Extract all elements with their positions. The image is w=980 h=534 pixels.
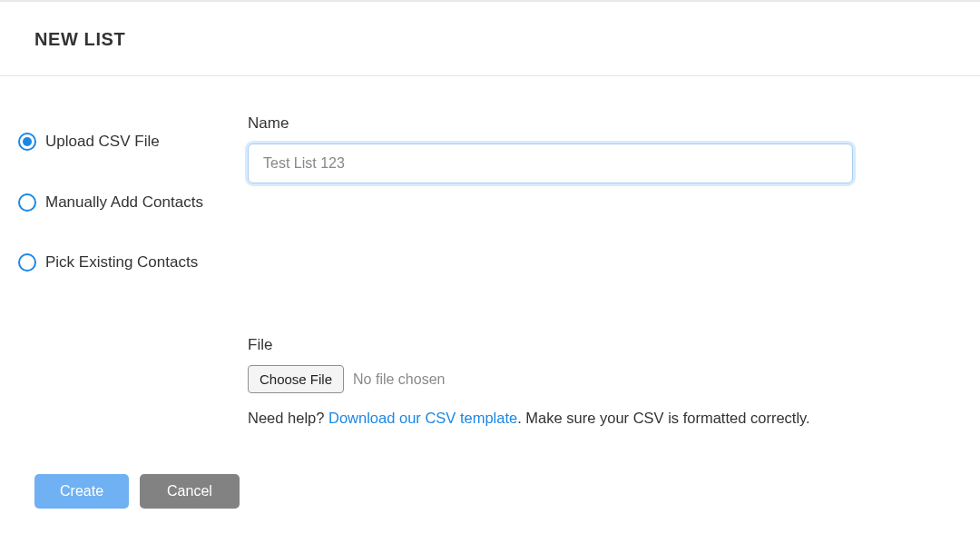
page-body: Upload CSV File Manually Add Contacts Pi…: [0, 76, 980, 427]
radio-icon: [18, 253, 36, 272]
page-title: NEW LIST: [34, 29, 980, 50]
form-footer: Create Cancel: [34, 474, 240, 509]
download-csv-template-link[interactable]: Download our CSV template: [328, 410, 517, 426]
choose-file-button[interactable]: Choose File: [248, 365, 344, 393]
radio-label: Manually Add Contacts: [45, 192, 207, 214]
radio-icon: [18, 133, 36, 151]
cancel-button[interactable]: Cancel: [140, 474, 240, 509]
file-picker-row: Choose File No file chosen: [248, 365, 853, 393]
radio-option-manually-add[interactable]: Manually Add Contacts: [18, 192, 248, 214]
name-label: Name: [248, 114, 853, 133]
no-file-chosen-text: No file chosen: [353, 371, 445, 388]
radio-icon: [18, 193, 36, 212]
form-main: Name File Choose File No file chosen Nee…: [248, 114, 980, 427]
file-label: File: [248, 336, 853, 354]
help-suffix: . Make sure your CSV is formatted correc…: [517, 410, 809, 426]
create-button[interactable]: Create: [34, 474, 129, 509]
name-input[interactable]: [248, 143, 853, 183]
help-prefix: Need help?: [248, 410, 328, 426]
radio-label: Upload CSV File: [45, 131, 163, 153]
radio-label: Pick Existing Contacts: [45, 252, 201, 274]
list-source-options: Upload CSV File Manually Add Contacts Pi…: [18, 114, 248, 427]
file-section: File Choose File No file chosen Need hel…: [248, 336, 853, 427]
page-header: NEW LIST: [0, 2, 980, 76]
radio-option-pick-existing[interactable]: Pick Existing Contacts: [18, 252, 248, 274]
csv-help-text: Need help? Download our CSV template. Ma…: [248, 410, 853, 427]
radio-option-upload-csv[interactable]: Upload CSV File: [18, 131, 248, 153]
